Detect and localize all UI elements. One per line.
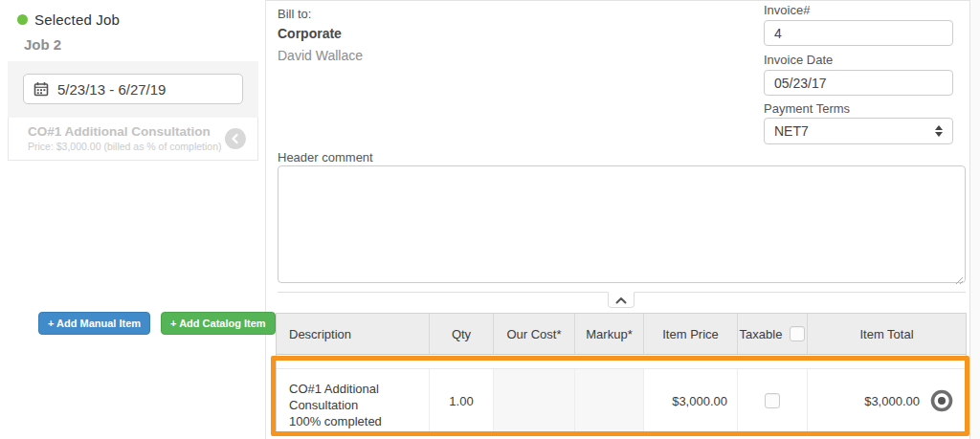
col-header-item-total: Item Total bbox=[808, 314, 966, 354]
date-range-value: 5/23/13 - 6/27/19 bbox=[57, 81, 166, 98]
selected-job-header: Selected Job bbox=[17, 11, 120, 28]
invoice-number-input[interactable] bbox=[764, 20, 953, 46]
cell-taxable bbox=[738, 369, 808, 432]
taxable-all-checkbox[interactable] bbox=[790, 326, 805, 341]
table-row[interactable]: CO#1 Additional Consultation 100% comple… bbox=[277, 369, 966, 432]
invoice-form: Bill to: Corporate David Wallace Invoice… bbox=[266, 0, 970, 439]
col-header-our-cost: Our Cost* bbox=[494, 314, 575, 354]
bill-to-label: Bill to: bbox=[278, 7, 311, 21]
cell-description: CO#1 Additional Consultation 100% comple… bbox=[277, 369, 430, 432]
selected-job-dot-icon bbox=[17, 14, 28, 25]
cell-markup bbox=[575, 369, 644, 432]
invoice-editor-screen: Selected Job Job 2 bbox=[0, 0, 980, 439]
cell-item-total: $3,000.00 bbox=[808, 369, 966, 432]
chevron-up-icon bbox=[615, 296, 627, 304]
bill-to-company: Corporate bbox=[278, 26, 342, 41]
taxable-header-label: Taxable bbox=[740, 327, 783, 341]
col-header-markup: Markup* bbox=[575, 314, 644, 354]
job-name: Job 2 bbox=[24, 36, 61, 53]
cell-our-cost bbox=[494, 369, 575, 432]
chevron-left-icon[interactable] bbox=[225, 128, 246, 149]
payment-terms-select[interactable]: NET7 bbox=[764, 118, 953, 144]
collapse-header-button[interactable] bbox=[608, 292, 635, 308]
item-description: CO#1 Additional Consultation bbox=[289, 382, 379, 412]
date-range-panel: 5/23/13 - 6/27/19 bbox=[8, 61, 258, 118]
add-catalog-item-button[interactable]: + Add Catalog Item bbox=[161, 312, 276, 335]
col-header-qty: Qty bbox=[430, 314, 494, 354]
header-comment-label: Header comment bbox=[278, 150, 373, 165]
col-header-taxable: Taxable bbox=[738, 314, 808, 354]
sidebar: Selected Job Job 2 bbox=[0, 0, 266, 439]
payment-terms-label: Payment Terms bbox=[764, 101, 850, 116]
change-order-card[interactable]: CO#1 Additional Consultation Price: $3,0… bbox=[8, 118, 258, 161]
sidebar-buttons: + Add Manual Item + Add Catalog Item bbox=[38, 312, 276, 335]
col-header-description: Description bbox=[277, 314, 430, 354]
invoice-date-input[interactable] bbox=[764, 70, 953, 96]
table-spacer-row bbox=[277, 355, 966, 369]
add-manual-item-button[interactable]: + Add Manual Item bbox=[38, 312, 150, 335]
cell-qty: 1.00 bbox=[430, 369, 494, 432]
bill-to-contact: David Wallace bbox=[278, 48, 363, 63]
right-margin bbox=[970, 0, 980, 439]
cell-item-price: $3,000.00 bbox=[644, 369, 738, 432]
item-description-note: 100% completed bbox=[289, 414, 382, 428]
table-header-row: Description Qty Our Cost* Markup* Item P… bbox=[277, 314, 966, 355]
change-order-subtitle: Price: $3,000.00 (billed as % of complet… bbox=[28, 141, 222, 152]
calendar-icon bbox=[33, 81, 49, 97]
date-range-input[interactable]: 5/23/13 - 6/27/19 bbox=[23, 74, 243, 104]
header-comment-textarea[interactable] bbox=[278, 165, 966, 283]
radio-target-icon[interactable] bbox=[929, 388, 954, 413]
select-stepper-icon bbox=[935, 125, 943, 137]
payment-terms-value: NET7 bbox=[774, 123, 809, 139]
change-order-title: CO#1 Additional Consultation bbox=[28, 124, 211, 139]
col-header-item-price: Item Price bbox=[644, 314, 738, 354]
taxable-row-checkbox[interactable] bbox=[765, 393, 780, 408]
selected-job-label: Selected Job bbox=[34, 11, 120, 28]
invoice-number-label: Invoice# bbox=[764, 3, 810, 17]
line-items-table: Description Qty Our Cost* Markup* Item P… bbox=[276, 313, 967, 433]
item-total-value: $3,000.00 bbox=[864, 394, 920, 408]
invoice-date-label: Invoice Date bbox=[764, 53, 833, 67]
